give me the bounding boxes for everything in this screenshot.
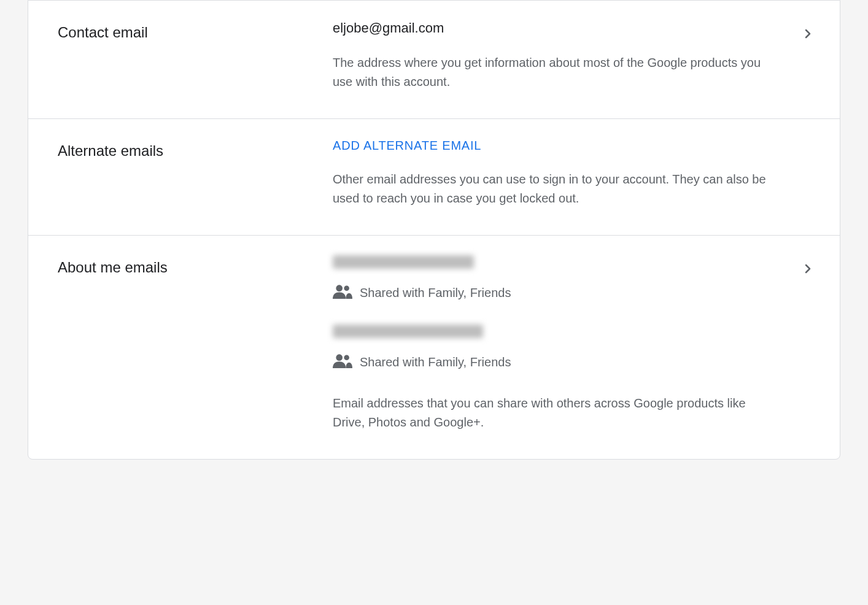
svg-point-3 [344, 355, 349, 360]
people-icon [333, 353, 352, 372]
contact-email-row[interactable]: Contact email eljobe@gmail.com The addre… [28, 1, 840, 118]
shared-with-row: Shared with Family, Friends [333, 353, 773, 372]
shared-with-row: Shared with Family, Friends [333, 283, 773, 302]
about-me-email-item: Shared with Family, Friends [333, 255, 773, 302]
alternate-emails-description: Other email addresses you can use to sig… [333, 170, 773, 208]
svg-point-0 [336, 285, 343, 291]
people-icon [333, 283, 352, 302]
about-me-emails-row[interactable]: About me emails Shared with Family, Frie… [28, 235, 840, 459]
alternate-emails-row[interactable]: Alternate emails Add Alternate Email Oth… [28, 118, 840, 235]
about-me-email-item: Shared with Family, Friends [333, 325, 773, 372]
contact-email-label: Contact email [58, 20, 333, 91]
contact-email-content: eljobe@gmail.com The address where you g… [333, 20, 810, 91]
shared-with-text: Shared with Family, Friends [360, 355, 511, 369]
redacted-email [333, 255, 474, 269]
svg-point-1 [344, 285, 349, 291]
shared-with-text: Shared with Family, Friends [360, 286, 511, 300]
chevron-right-icon [800, 26, 815, 44]
chevron-right-icon [800, 261, 815, 279]
alternate-emails-label: Alternate emails [58, 139, 333, 208]
redacted-email [333, 325, 483, 338]
svg-point-2 [336, 354, 343, 361]
about-me-emails-description: Email addresses that you can share with … [333, 394, 773, 432]
about-me-emails-content: Shared with Family, Friends Shared with [333, 255, 810, 432]
about-me-emails-label: About me emails [58, 255, 333, 432]
contact-email-description: The address where you get information ab… [333, 53, 773, 91]
alternate-emails-content: Add Alternate Email Other email addresse… [333, 139, 810, 208]
add-alternate-email-link[interactable]: Add Alternate Email [333, 139, 481, 153]
contact-email-value: eljobe@gmail.com [333, 20, 773, 36]
email-settings-panel: Contact email eljobe@gmail.com The addre… [28, 0, 840, 460]
